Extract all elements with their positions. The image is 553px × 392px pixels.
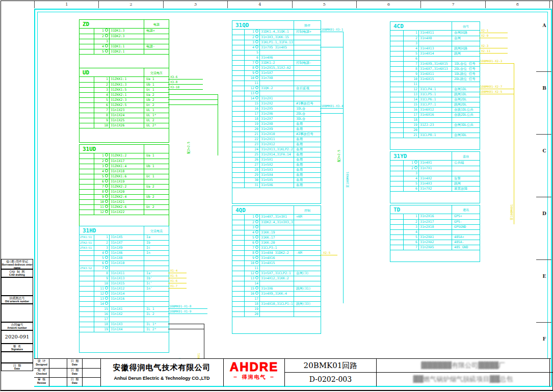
ext-ref-cell: [232, 86, 244, 91]
wire-tag: 至10BMK01: [510, 204, 513, 220]
table-row: 131ZKK1:2Ua 1: [80, 153, 169, 159]
terminal-number: 21: [413, 133, 417, 137]
wire-ref-cell: 31ZKK2:4: [109, 195, 144, 200]
ext-ref-cell: [80, 88, 94, 93]
ext-ref-cell: [232, 246, 244, 251]
wire-tag: X2-9: [481, 34, 488, 37]
ext-ref-cell: [390, 128, 403, 133]
terminal-number: 2: [415, 220, 417, 224]
terminal-number: 17: [413, 113, 417, 117]
wire-ref-cell: 31n6X11: [418, 72, 452, 77]
signal-label-cell: 跳闸回路: [452, 46, 480, 51]
terminal-number: 2: [102, 34, 104, 38]
terminal-number-cell: 28: [244, 168, 259, 173]
jumper-link-icon: [255, 86, 258, 89]
terminal-number: 18: [104, 322, 108, 326]
wire-ref-cell: 31DK1:2: [259, 61, 294, 66]
terminal-number-cell: 5: [94, 174, 109, 179]
jumper-link-icon: [105, 286, 108, 290]
table-row: 131n4X1公共端: [390, 161, 480, 166]
terminal-number-cell: 7: [403, 62, 418, 67]
signal-label-cell: -KM: [294, 251, 321, 256]
table-row: 631n1X19: [80, 179, 169, 184]
signal-label-cell: 1DL跳位 信号: [452, 72, 480, 77]
terminal-number: 19: [104, 327, 108, 331]
sign-row-cell: 设 计Designed: [34, 359, 49, 368]
wire-ref-cell: 31ZKK2:5: [109, 103, 144, 108]
ext-ref-cell: [390, 245, 403, 250]
wire-ref-cell: 31n1X10: [109, 261, 144, 266]
ext-ref-cell: [232, 96, 244, 101]
signal-label-cell: Ia: [144, 235, 169, 240]
terminal-number: 11: [100, 205, 104, 209]
ext-ref-cell: [232, 127, 244, 132]
terminal-number-cell: 1: [403, 161, 418, 166]
ext-ref-cell: [232, 61, 244, 66]
terminal-number: 12: [100, 292, 104, 296]
terminal-number-cell: 16: [94, 312, 109, 317]
circuit-name-cell: 20BMK01回路: [285, 359, 377, 373]
table-footer-spare: [80, 215, 169, 226]
terminal-number: 10: [100, 200, 104, 204]
ext-ref-cell: [232, 215, 244, 220]
wire-ref-cell: 31CLP7:1: [418, 102, 452, 108]
ext-ref-cell: [80, 286, 94, 292]
terminal-number: 8: [252, 251, 254, 255]
table-row: 2131n2X10#2事故信号: [232, 132, 321, 137]
terminal-number-cell: 1: [403, 31, 418, 36]
ext-ref-cell: [232, 45, 244, 50]
terminal-number: 10: [104, 281, 108, 285]
table-function-label: 信号: [452, 22, 480, 30]
terminal-number: 17: [104, 317, 108, 321]
signal-label-cell: [294, 96, 321, 101]
terminal-number-cell: 14: [244, 281, 259, 286]
ext-ref-cell: [390, 240, 403, 245]
terminal-number-cell: 6: [403, 187, 418, 192]
terminal-number-cell: 30: [244, 178, 259, 183]
table-row: 531ZKK1:6Uc 1: [80, 174, 169, 179]
signal-label-cell: [294, 276, 321, 281]
terminal-number: 23: [254, 142, 258, 146]
terminal-number: 8: [415, 67, 417, 71]
wire-line: [479, 89, 514, 89]
wire-ref-cell: [418, 230, 452, 235]
terminal-number: 13: [250, 91, 254, 95]
terminal-number-cell: 10: [94, 281, 109, 286]
wire-ref-cell: 31n1X26: [109, 123, 144, 128]
signal-label-cell: 备用: [294, 152, 321, 158]
table-row: 11: [232, 266, 321, 271]
wire-ref-cell: 31n1X18: [109, 169, 144, 174]
wire-ref-cell: 31n2X12: [259, 142, 294, 147]
jumper-link-icon: [255, 61, 258, 64]
terminal-number-cell: 4: [403, 176, 418, 181]
table-row: 1131ZKK2:6Uc 2: [80, 204, 169, 210]
terminal-number-cell: 1: [94, 29, 109, 34]
ext-ref-cell: [232, 220, 244, 225]
jumper-link-icon: [105, 34, 108, 37]
table-row: 1631n1X2IL 2: [80, 311, 169, 317]
wire-ref-cell: 31n4X11: [418, 31, 452, 36]
table-footer-spare: [80, 128, 169, 142]
row-letter-separator: [536, 197, 551, 197]
ext-ref-cell: [80, 83, 94, 88]
table-row: 1831n1X3IL 1*: [80, 322, 169, 327]
wire-ref-cell: 31ZKK2:2: [109, 185, 144, 190]
ext-ref-cell: [232, 112, 244, 117]
terminal-number-cell: 7: [94, 266, 109, 271]
table-row: 20: [232, 311, 321, 317]
table-row: 4: [390, 229, 480, 234]
terminal-number-cell: 4: [94, 44, 109, 49]
signal-label-cell: 备用: [294, 137, 321, 142]
ext-ref-cell: [390, 187, 403, 192]
table-row: 14: [80, 301, 169, 306]
row-letter-separator: [536, 71, 551, 72]
wire-tag: 10BMK01-X2-5: [480, 90, 502, 93]
row-letter-separator: [536, 259, 551, 260]
terminal-number-cell: 1: [94, 153, 109, 159]
ext-ref-cell: [390, 225, 403, 230]
terminal-number-cell: 12: [94, 292, 109, 297]
table-row: 631KK:20: [232, 240, 321, 245]
table-title: 31YD: [390, 152, 452, 160]
wire-ref-cell: 31n5X2: [259, 163, 294, 168]
signal-label-cell: [294, 230, 321, 236]
